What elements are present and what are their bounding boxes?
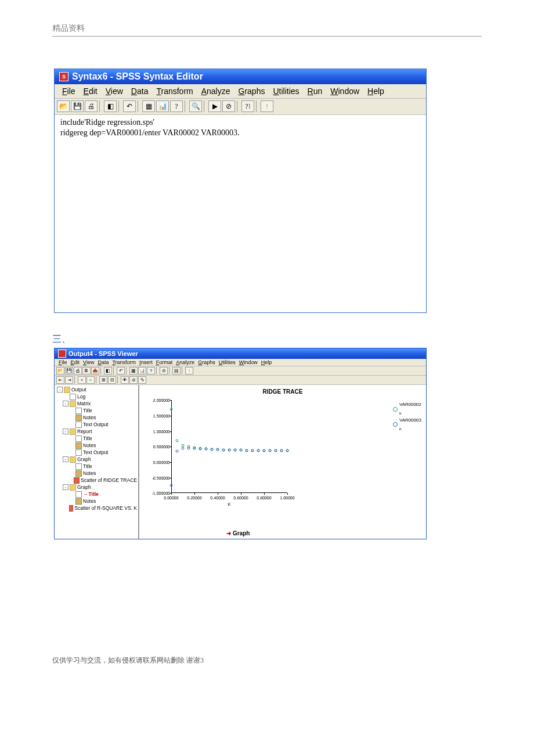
tree-item[interactable]: Notes — [83, 470, 96, 477]
goto-case-icon[interactable]: ? — [170, 100, 183, 112]
spss-app-icon: S — [59, 72, 68, 81]
menu-help[interactable]: Help — [363, 86, 388, 96]
page-header: 精品资料 — [52, 23, 482, 37]
data-point — [222, 448, 225, 451]
save-icon[interactable]: 💾 — [65, 367, 73, 375]
promote-icon[interactable]: + — [78, 376, 86, 384]
hide-icon[interactable]: ⊘ — [129, 376, 138, 384]
outline-tree[interactable]: -OutputLog-MatrixTitleNotesText Output-R… — [55, 385, 139, 539]
tree-item[interactable]: Graph — [77, 456, 91, 463]
tree-item[interactable]: Notes — [83, 442, 96, 449]
run-current-icon[interactable]: ▶ — [208, 100, 221, 112]
data-point — [228, 448, 231, 451]
tree-item[interactable]: Scatter of R-SQUARE VS. K — [74, 505, 137, 512]
menu-window[interactable]: Window — [326, 86, 363, 96]
win2-toolbar-1: 📂 💾 🖨 🗎 📤 ◧ ↶ ▦ 📊 ? ⊘ ▤ ! — [55, 366, 426, 376]
ridge-trace-plot: K -1.000000 -0.500000 0.000000 0.500000 … — [171, 400, 287, 493]
undo-icon[interactable]: ↶ — [123, 100, 136, 112]
undo-icon[interactable]: ↶ — [117, 367, 125, 375]
goto-case-icon[interactable]: ? — [147, 367, 155, 375]
menu-transform[interactable]: Transform — [110, 359, 138, 365]
data-point — [193, 447, 196, 450]
output-viewer-window: Output4 - SPSS Viewer FileEditViewDataTr… — [54, 348, 427, 539]
data-point — [170, 408, 173, 411]
menu-graphs[interactable]: Graphs — [234, 86, 269, 96]
menu-insert[interactable]: Insert — [138, 359, 154, 365]
menu-window[interactable]: Window — [237, 359, 259, 365]
data-point — [240, 449, 243, 452]
dialog-recall-icon[interactable]: ◧ — [104, 367, 112, 375]
tree-item[interactable]: Matrix — [77, 400, 91, 407]
goto-chart-icon[interactable]: 📊 — [138, 367, 146, 375]
collapse-icon[interactable]: ⊟ — [108, 376, 116, 384]
print-icon[interactable]: 🖨 — [85, 100, 98, 112]
select-last-icon[interactable]: ▤ — [172, 367, 181, 375]
legend-item: VAR00003K — [393, 417, 421, 433]
menu-data[interactable]: Data — [96, 359, 110, 365]
tree-item[interactable]: Text Output — [83, 421, 108, 428]
data-point — [182, 447, 185, 450]
tree-item[interactable]: Notes — [83, 498, 96, 505]
menu-utilities[interactable]: Utilities — [269, 86, 303, 96]
open-icon[interactable]: 📂 — [56, 367, 64, 375]
menu-view[interactable]: View — [102, 86, 127, 96]
win1-titlebar: S Syntax6 - SPSS Syntax Editor — [55, 69, 426, 84]
tree-item[interactable]: Report — [77, 428, 92, 435]
chart-title: RIDGE TRACE — [139, 388, 426, 395]
tree-item[interactable]: Notes — [83, 414, 96, 421]
find-icon[interactable]: 🔍 — [189, 100, 202, 112]
goto-chart-icon[interactable]: 📊 — [156, 100, 169, 112]
stop-icon[interactable]: ⊘ — [222, 100, 235, 112]
tree-item[interactable]: Text Output — [83, 449, 108, 456]
open-icon[interactable]: 📂 — [57, 100, 70, 112]
syntax-help-icon[interactable]: ?⁝ — [241, 100, 254, 112]
demote-icon[interactable]: − — [86, 376, 95, 384]
stop-icon[interactable]: ⊘ — [160, 367, 168, 375]
tree-item[interactable]: Title — [83, 407, 92, 414]
data-point — [170, 484, 173, 487]
menu-file[interactable]: File — [58, 86, 80, 96]
insert-icon[interactable]: ✎ — [138, 376, 146, 384]
save-icon[interactable]: 💾 — [71, 100, 84, 112]
menu-edit[interactable]: Edit — [69, 359, 82, 365]
expand-icon[interactable]: ⊞ — [99, 376, 107, 384]
export-icon[interactable]: 📤 — [91, 367, 99, 375]
chart-pane: RIDGE TRACE K -1.000000 -0.500000 0.0000… — [139, 385, 426, 539]
menu-run[interactable]: Run — [304, 86, 327, 96]
data-point — [182, 444, 185, 447]
menu-file[interactable]: File — [57, 359, 69, 365]
menu-graphs[interactable]: Graphs — [196, 359, 217, 365]
menu-analyze[interactable]: Analyze — [174, 359, 196, 365]
tree-item[interactable]: Graph — [77, 484, 91, 491]
menu-data[interactable]: Data — [127, 86, 153, 96]
menu-transform[interactable]: Transform — [152, 86, 197, 96]
info-icon[interactable]: ! — [261, 100, 273, 112]
print-icon[interactable]: 🖨 — [74, 367, 82, 375]
menu-view[interactable]: View — [81, 359, 96, 365]
tree-item[interactable]: Title — [83, 463, 92, 470]
dialog-recall-icon[interactable]: ◧ — [104, 100, 117, 112]
nav-next-icon[interactable]: ⇥ — [65, 376, 73, 384]
menu-analyze[interactable]: Analyze — [197, 86, 234, 96]
goto-data-icon[interactable]: ▦ — [142, 100, 155, 112]
tree-item[interactable]: Scatter of RIDGE TRACE — [81, 477, 137, 484]
tree-item-current[interactable]: Title — [83, 491, 99, 498]
menu-format[interactable]: Format — [154, 359, 175, 365]
print-preview-icon[interactable]: 🗎 — [82, 367, 91, 375]
data-point — [251, 449, 254, 452]
data-point — [234, 449, 237, 452]
tree-item[interactable]: Log — [77, 393, 85, 400]
goto-data-icon[interactable]: ▦ — [129, 367, 138, 375]
syntax-text-area[interactable]: include'Ridge regression.sps' ridgereg d… — [55, 115, 426, 312]
nav-first-icon[interactable]: ⇤ — [56, 376, 64, 384]
show-icon[interactable]: 👁 — [121, 376, 129, 384]
tree-item[interactable]: Output — [71, 386, 86, 393]
tree-item[interactable]: Title — [83, 435, 92, 442]
menu-help[interactable]: Help — [259, 359, 274, 365]
legend-item: VAR00002K — [393, 401, 421, 417]
menu-edit[interactable]: Edit — [80, 86, 102, 96]
arrow-icon: ➜ — [226, 530, 231, 537]
info-icon[interactable]: ! — [185, 367, 193, 375]
menu-utilities[interactable]: Utilities — [217, 359, 237, 365]
data-point — [280, 449, 283, 452]
